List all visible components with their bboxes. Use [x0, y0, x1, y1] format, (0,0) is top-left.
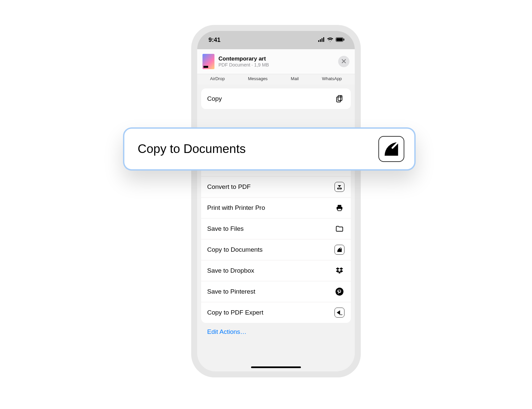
action-print-with-printer-pro[interactable]: Print with Printer Pro [201, 198, 351, 218]
status-time: 9:41 [208, 37, 220, 44]
action-copy-to-pdf-expert[interactable]: Copy to PDF Expert PDF [201, 302, 351, 323]
cellular-icon [318, 37, 325, 44]
dropbox-icon [334, 265, 345, 276]
action-save-to-dropbox[interactable]: Save to Dropbox [201, 260, 351, 281]
share-target-mail[interactable]: Mail [291, 76, 299, 81]
action-label: Copy [207, 95, 222, 102]
action-label: Copy to PDF Expert [207, 309, 263, 316]
svg-rect-5 [336, 38, 343, 41]
share-target-messages[interactable]: Messages [248, 76, 268, 81]
battery-icon [335, 37, 345, 44]
svg-rect-8 [336, 97, 340, 102]
action-save-to-files[interactable]: Save to Files [201, 218, 351, 239]
documents-app-icon [334, 244, 345, 255]
status-indicators [318, 37, 345, 44]
svg-rect-6 [343, 39, 344, 41]
header-text: Contemporary art PDF Document · 1,9 MB [218, 56, 334, 68]
printer-pro-icon [334, 203, 345, 213]
documents-app-icon-large [378, 136, 404, 162]
svg-rect-2 [322, 38, 323, 42]
pdf-expert-icon: PDF [334, 307, 345, 318]
action-copy-to-documents[interactable]: Copy to Documents [201, 239, 351, 260]
actions-scroll-area: Copy Print Convert to PDF P [197, 84, 355, 341]
svg-rect-3 [323, 37, 324, 42]
share-targets-row: AirDrop Messages Mail WhatsApp [197, 74, 355, 84]
svg-rect-0 [318, 40, 319, 42]
action-label: Save to Files [207, 225, 244, 232]
callout-label: Copy to Documents [138, 142, 246, 156]
close-button[interactable] [338, 56, 349, 67]
action-label: Save to Pinterest [207, 288, 255, 295]
share-header: Contemporary art PDF Document · 1,9 MB [197, 49, 355, 74]
folder-icon [334, 223, 345, 234]
svg-text:PDF: PDF [338, 188, 341, 190]
wifi-icon [327, 37, 333, 44]
convert-pdf-icon: PDF [334, 182, 345, 192]
copy-group: Copy [201, 88, 351, 109]
edit-actions-link[interactable]: Edit Actions… [201, 323, 351, 341]
action-label: Copy to Documents [207, 246, 263, 253]
pinterest-icon [334, 286, 345, 297]
share-target-whatsapp[interactable]: WhatsApp [322, 76, 342, 81]
action-copy[interactable]: Copy [201, 88, 351, 109]
phone-frame: 9:41 Contemporary art PDF Document · 1,9… [191, 25, 361, 377]
close-icon [341, 58, 346, 65]
phone-screen: 9:41 Contemporary art PDF Document · 1,9… [197, 31, 355, 371]
svg-rect-17 [338, 208, 341, 211]
action-convert-to-pdf[interactable]: Convert to PDF PDF [201, 177, 351, 198]
callout-copy-to-documents[interactable]: Copy to Documents [123, 127, 416, 171]
copy-icon [334, 93, 345, 104]
status-bar: 9:41 [197, 31, 355, 49]
share-target-airdrop[interactable]: AirDrop [210, 76, 225, 81]
action-label: Save to Dropbox [207, 267, 254, 274]
document-thumbnail [202, 54, 214, 69]
svg-point-18 [335, 288, 343, 296]
document-title: Contemporary art [218, 56, 334, 62]
action-label: Convert to PDF [207, 183, 251, 191]
svg-rect-16 [338, 205, 341, 206]
actions-group: Print Convert to PDF PDF Print with Prin… [201, 156, 351, 323]
home-indicator[interactable] [251, 366, 301, 368]
action-save-to-pinterest[interactable]: Save to Pinterest [201, 281, 351, 302]
action-label: Print with Printer Pro [207, 204, 265, 211]
svg-text:PDF: PDF [340, 314, 343, 316]
svg-rect-1 [320, 39, 321, 42]
document-subtitle: PDF Document · 1,9 MB [218, 62, 334, 68]
svg-rect-7 [338, 95, 342, 100]
